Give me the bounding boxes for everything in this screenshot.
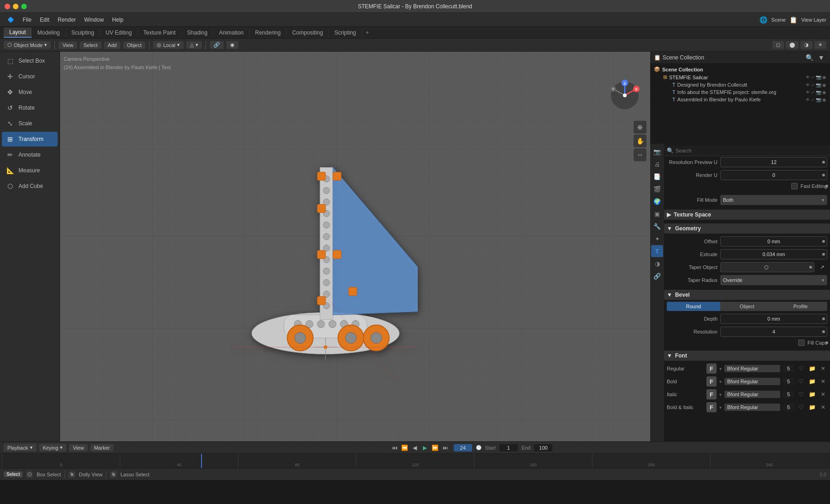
world-props-icon[interactable]: 🌍	[651, 195, 663, 207]
mode-selector[interactable]: ⬡ Object Mode ▾	[4, 41, 51, 49]
vis-icon-0[interactable]: 👁	[806, 75, 810, 80]
font-bold-name[interactable]: Bfont Regular	[724, 378, 780, 385]
font-bold-italic-heart-icon[interactable]: ♡	[797, 403, 805, 411]
font-italic-remove-icon[interactable]: ✕	[819, 390, 827, 399]
outliner-item-scene[interactable]: 📦 Scene Collection	[650, 65, 830, 73]
play-reverse-button[interactable]: ◀	[410, 443, 420, 452]
font-bold-italic-folder-icon[interactable]: 📁	[808, 403, 816, 411]
font-italic-name[interactable]: Bfont Regular	[724, 391, 780, 398]
tool-annotate[interactable]: ✏ Annotate	[2, 147, 58, 162]
tab-compositing[interactable]: Compositing	[287, 28, 329, 37]
play-button[interactable]: ▶	[421, 443, 430, 452]
fill-mode-dropdown[interactable]: Both ▾	[720, 195, 827, 205]
prev-frame-button[interactable]: ⏪	[400, 443, 409, 452]
tab-animation[interactable]: Animation	[213, 28, 249, 37]
font-bold-folder-icon[interactable]: 📁	[808, 377, 816, 386]
font-bold-italic-size[interactable]: 5	[783, 404, 794, 411]
tab-rendering[interactable]: Rendering	[249, 28, 286, 37]
viewport-3d[interactable]: Camera Perspective (24) Assembled in Ble…	[60, 52, 650, 441]
add-menu[interactable]: Add	[104, 41, 121, 49]
marker-menu[interactable]: Marker	[90, 444, 113, 451]
render-icon-2[interactable]: ◉	[822, 90, 826, 95]
shading-rendered[interactable]: ☀	[814, 41, 826, 49]
fast-editing-checkbox[interactable]	[791, 183, 798, 189]
shading-solid[interactable]: ⬤	[786, 41, 799, 49]
outliner-item-stemfie[interactable]: ⊞ STEMFIE Sailcar 👁 ✓ 📷 ◉	[650, 73, 830, 81]
bevel-header[interactable]: ▼ Bevel	[664, 290, 830, 300]
tool-move[interactable]: ✥ Move	[2, 85, 58, 100]
tool-measure[interactable]: 📐 Measure	[2, 163, 58, 178]
zoom-to-fit-button[interactable]: ⊕	[634, 121, 646, 134]
jump-start-button[interactable]: ⏮	[390, 443, 399, 452]
data-props-icon[interactable]: T	[651, 245, 663, 257]
menu-render[interactable]: Render	[54, 15, 79, 24]
bevel-object-button[interactable]: Object	[720, 302, 774, 311]
tab-layout[interactable]: Layout	[4, 28, 32, 38]
outliner-item-brendon[interactable]: T Designed by Brendon Collecutt 👁 ✓ 📷 ◉	[650, 81, 830, 88]
font-regular-remove-icon[interactable]: ✕	[819, 364, 827, 373]
fill-caps-checkbox[interactable]	[798, 340, 805, 346]
end-frame-field[interactable]: 100	[534, 444, 552, 451]
tool-transform[interactable]: ⊞ Transform	[2, 132, 58, 147]
timeline-ruler[interactable]: 0 40 80 120 160 200 240	[0, 454, 830, 468]
select-menu[interactable]: Select	[80, 41, 101, 49]
timeline-view-menu[interactable]: View	[69, 444, 88, 451]
tab-modeling[interactable]: Modeling	[32, 28, 66, 37]
font-italic-size[interactable]: 5	[783, 391, 794, 398]
font-italic-heart-icon[interactable]: ♡	[797, 390, 805, 399]
texture-space-header[interactable]: ▶ Texture Space	[664, 210, 830, 220]
constraints-props-icon[interactable]: 🔗	[651, 270, 663, 282]
object-menu[interactable]: Object	[123, 41, 145, 49]
tool-scale[interactable]: ⤡ Scale	[2, 116, 58, 131]
camera-icon-1[interactable]: 📷	[816, 82, 821, 88]
output-props-icon[interactable]: 🖨	[651, 158, 663, 170]
pivot-selector[interactable]: △ ▾	[186, 41, 202, 49]
font-bold-remove-icon[interactable]: ✕	[819, 377, 827, 386]
geometry-header[interactable]: ▼ Geometry	[664, 223, 830, 234]
object-props-icon[interactable]: ▣	[651, 208, 663, 220]
resolution-bevel-field[interactable]: 4	[720, 327, 827, 337]
playback-menu[interactable]: Playback ▾	[4, 444, 36, 451]
font-regular-size[interactable]: 5	[783, 365, 794, 372]
camera-icon-2[interactable]: 📷	[816, 90, 821, 95]
render-icon-3[interactable]: ◉	[822, 97, 826, 102]
check-icon-1[interactable]: ✓	[811, 82, 815, 88]
shading-wireframe[interactable]: ◻	[772, 41, 784, 49]
menu-window[interactable]: Window	[80, 15, 107, 24]
material-props-icon[interactable]: ◑	[651, 258, 663, 270]
check-icon-2[interactable]: ✓	[811, 90, 815, 95]
start-frame-field[interactable]: 1	[499, 444, 518, 451]
render-icon-0[interactable]: ◉	[822, 75, 826, 80]
camera-icon-0[interactable]: 📷	[816, 75, 821, 80]
menu-help[interactable]: Help	[108, 15, 127, 24]
camera-icon-3[interactable]: 📷	[816, 97, 821, 102]
minimize-button[interactable]	[13, 4, 18, 9]
axis-gizmo[interactable]: Z X Y	[609, 79, 641, 111]
tab-uv-editing[interactable]: UV Editing	[100, 28, 138, 37]
modifier-props-icon[interactable]: 🔧	[651, 220, 663, 232]
tool-rotate[interactable]: ↺ Rotate	[2, 100, 58, 115]
add-workspace-button[interactable]: +	[362, 28, 373, 37]
tool-cursor[interactable]: ✛ Cursor	[2, 69, 58, 84]
vis-icon-1[interactable]: 👁	[806, 82, 810, 88]
vis-icon-3[interactable]: 👁	[806, 97, 810, 102]
taper-object-field[interactable]: ⬡	[720, 262, 814, 272]
render-icon-1[interactable]: ◉	[822, 82, 826, 88]
maximize-button[interactable]	[21, 4, 27, 9]
depth-field[interactable]: 0 mm	[720, 314, 827, 324]
check-icon-0[interactable]: ✓	[811, 75, 815, 80]
menu-edit[interactable]: Edit	[36, 15, 53, 24]
tab-scripting[interactable]: Scripting	[329, 28, 362, 37]
render-u-field[interactable]: 0	[720, 170, 827, 180]
extrude-field[interactable]: 0.034 mm	[720, 249, 827, 259]
current-frame-field[interactable]: 24	[454, 444, 472, 451]
orbit-button[interactable]: ↔	[634, 148, 646, 161]
view-menu[interactable]: View	[59, 41, 77, 49]
bevel-round-button[interactable]: Round	[667, 302, 720, 311]
font-regular-folder-icon[interactable]: 📁	[808, 364, 816, 373]
overlay-button[interactable]: ◉	[226, 41, 238, 49]
blender-logo[interactable]: 🔷	[4, 15, 18, 24]
view-layer-icon[interactable]: 📋	[788, 15, 799, 25]
outliner-search-icon[interactable]: 🔍	[804, 53, 814, 63]
taper-radius-dropdown[interactable]: Override ▾	[720, 275, 827, 285]
